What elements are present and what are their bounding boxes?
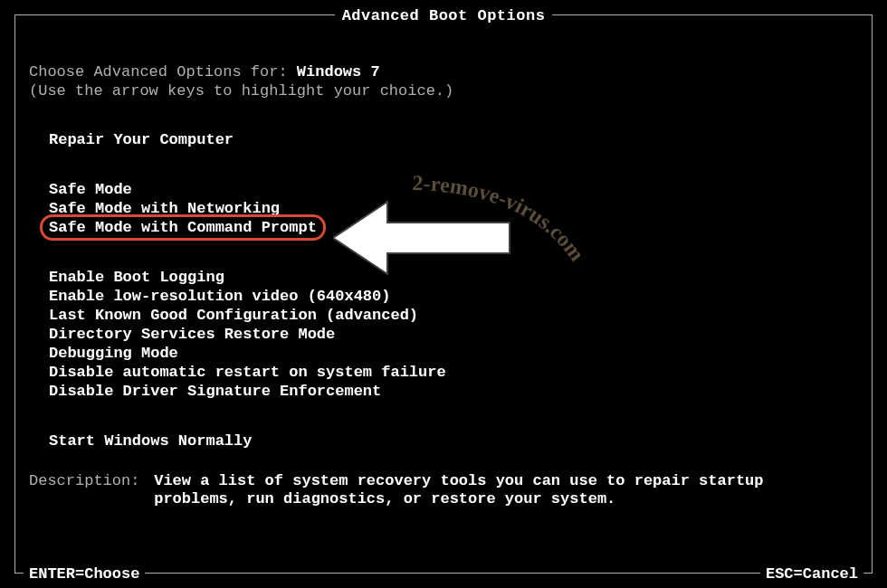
menu-item-boot-logging[interactable]: Enable Boot Logging [49,268,858,287]
footer-hint-enter: ENTER=Choose [24,565,145,583]
menu-item-lowres-video[interactable]: Enable low-resolution video (640x480) [49,287,858,306]
description-block: Description: View a list of system recov… [29,472,858,508]
subtitle: Choose Advanced Options for: Windows 7 [29,63,858,81]
menu-item-safe-mode-cmd[interactable]: Safe Mode with Command Prompt [49,218,317,237]
menu-item-start-normally[interactable]: Start Windows Normally [49,432,858,450]
subtitle-prefix: Choose Advanced Options for: [29,63,297,81]
highlighted-menu-item[interactable]: Safe Mode with Command Prompt [49,218,317,237]
page-title-text: Advanced Boot Options [335,7,553,24]
page-title: Advanced Boot Options [0,7,887,24]
description-label: Description: [29,472,145,489]
footer-hint-esc: ESC=Cancel [760,565,863,583]
menu-item-last-known-good[interactable]: Last Known Good Configuration (advanced) [49,306,858,325]
menu-item-debugging[interactable]: Debugging Mode [49,344,858,363]
arrow-key-hint: (Use the arrow keys to highlight your ch… [29,82,858,100]
menu-item-ds-restore[interactable]: Directory Services Restore Mode [49,325,858,344]
menu-item-disable-auto-restart[interactable]: Disable automatic restart on system fail… [49,363,858,382]
menu-item-safe-mode-networking[interactable]: Safe Mode with Networking [49,199,858,218]
description-text: View a list of system recovery tools you… [154,472,824,508]
boot-menu: Repair Your Computer Safe Mode Safe Mode… [29,130,858,450]
menu-item-repair[interactable]: Repair Your Computer [49,130,858,149]
menu-item-safe-mode[interactable]: Safe Mode [49,180,858,199]
menu-item-disable-driver-sig[interactable]: Disable Driver Signature Enforcement [49,382,858,401]
os-name: Windows 7 [297,63,380,81]
content-area: Choose Advanced Options for: Windows 7 (… [29,63,858,450]
